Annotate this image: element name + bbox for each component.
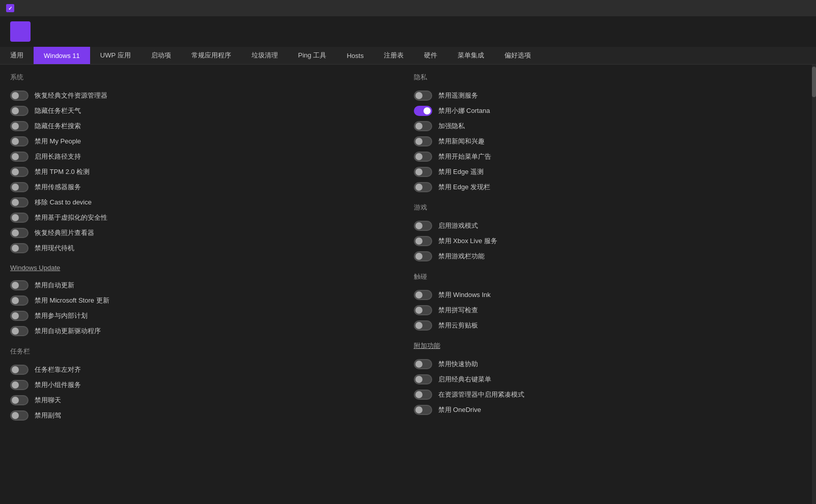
toggle-disable_edge_discovery[interactable]: [414, 182, 432, 192]
toggle-hide_taskbar_weather[interactable]: [10, 106, 29, 116]
toggle-disable_my_people[interactable]: [10, 136, 29, 146]
scrollbar-thumb[interactable]: [812, 67, 816, 97]
toggle-label-hide_taskbar_search: 隐藏任务栏搜索: [35, 122, 81, 131]
toggle-row-hide_taskbar_search: 隐藏任务栏搜索: [10, 118, 399, 134]
nav-tab-uwp[interactable]: UWP 应用: [90, 47, 141, 64]
toggle-label-disable_spell_check: 禁用拼写检查: [438, 306, 478, 315]
toggle-label-disable_edge_telemetry: 禁用 Edge 遥测: [438, 167, 484, 176]
toggle-taskbar_left_align[interactable]: [10, 365, 29, 375]
section-title-gaming: 游戏: [414, 203, 802, 213]
toggle-label-disable_news_interests: 禁用新闻和兴趣: [438, 137, 485, 146]
close-button[interactable]: [786, 0, 810, 16]
toggle-label-disable_windows_ink: 禁用 Windows Ink: [438, 290, 491, 300]
toggle-remove_cast_to_device[interactable]: [10, 197, 29, 207]
toggle-row-disable_start_menu_ads: 禁用开始菜单广告: [414, 149, 802, 164]
toggle-disable_ms_store_update[interactable]: [10, 295, 29, 306]
toggle-label-enhance_privacy: 加强隐私: [438, 122, 465, 131]
toggle-row-enable_game_mode: 启用游戏模式: [414, 218, 802, 233]
toggle-disable_windows_ink[interactable]: [414, 290, 432, 300]
nav-bar: 通用Windows 11UWP 应用启动项常规应用程序垃圾清理Ping 工具Ho…: [0, 47, 816, 65]
maximize-button[interactable]: [763, 0, 786, 16]
toggle-label-disable_game_bar: 禁用游戏栏功能: [438, 252, 485, 261]
nav-tab-ping_tool[interactable]: Ping 工具: [288, 47, 337, 64]
toggle-disable_cortana[interactable]: [414, 106, 432, 116]
toggle-label-extra_item4: 禁用 OneDrive: [438, 405, 482, 414]
nav-tab-general[interactable]: 通用: [0, 47, 34, 64]
toggle-disable_widgets_service[interactable]: [10, 380, 29, 390]
toggle-label-disable_copilot: 禁用副驾: [35, 411, 61, 420]
toggle-disable_spell_check[interactable]: [414, 305, 432, 315]
nav-tab-junk_clean[interactable]: 垃圾清理: [241, 47, 288, 64]
section-title-windows_update: Windows Update: [10, 264, 399, 273]
toggle-enable_compact_mode[interactable]: [414, 390, 432, 400]
toggle-label-disable_chat: 禁用聊天: [35, 396, 61, 405]
toggle-disable_cloud_clipboard[interactable]: [414, 320, 432, 331]
toggle-label-restore_classic_photos: 恢复经典照片查看器: [35, 228, 94, 238]
toggle-row-taskbar_left_align: 任务栏靠左对齐: [10, 362, 399, 377]
toggle-label-disable_my_people: 禁用 My People: [35, 137, 81, 146]
nav-tab-win11[interactable]: Windows 11: [34, 47, 90, 64]
toggle-disable_game_bar[interactable]: [414, 251, 432, 261]
toggle-row-disable_copilot: 禁用副驾: [10, 408, 399, 423]
toggle-disable_auto_update[interactable]: [10, 280, 29, 290]
main-panel: 系统恢复经典文件资源管理器隐藏任务栏天气隐藏任务栏搜索禁用 My People启…: [0, 65, 812, 504]
minimize-button[interactable]: [740, 0, 763, 16]
toggle-row-remove_cast_to_device: 移除 Cast to device: [10, 195, 399, 210]
svg-text:✓: ✓: [8, 6, 12, 11]
toggle-restore_classic_photos[interactable]: [10, 228, 29, 238]
nav-tab-startup[interactable]: 启动项: [141, 47, 181, 64]
toggle-enable_long_path[interactable]: [10, 152, 29, 162]
toggle-label-hide_taskbar_weather: 隐藏任务栏天气: [35, 106, 81, 115]
section-title-taskbar: 任务栏: [10, 347, 399, 357]
toggle-enable_classic_context_menu[interactable]: [414, 374, 432, 384]
toggle-extra_item4[interactable]: [414, 405, 432, 415]
nav-tab-hosts[interactable]: Hosts: [336, 47, 374, 64]
toggle-row-disable_windows_ink: 禁用 Windows Ink: [414, 287, 802, 303]
toggle-label-disable_telemetry: 禁用遥测服务: [438, 91, 478, 100]
toggle-label-disable_edge_discovery: 禁用 Edge 发现栏: [438, 183, 491, 192]
nav-tab-preferences[interactable]: 偏好选项: [494, 47, 541, 64]
main-window: ✓ 通用Windows 11UWP 应用启动项常规应用程序垃圾清理Pi: [0, 0, 816, 504]
toggle-label-enable_classic_context_menu: 启用经典右键菜单: [438, 375, 491, 384]
section-extra_features: 附加功能禁用快速协助启用经典右键菜单在资源管理器中启用紧凑模式禁用 OneDri…: [414, 341, 802, 418]
toggle-disable_xbox_live[interactable]: [414, 236, 432, 246]
toggle-row-disable_auto_driver_update: 禁用自动更新驱动程序: [10, 323, 399, 339]
toggle-disable_news_interests[interactable]: [414, 136, 432, 146]
toggle-label-enable_long_path: 启用长路径支持: [35, 152, 81, 161]
toggle-disable_insider_program[interactable]: [10, 311, 29, 321]
toggle-row-disable_telemetry: 禁用遥测服务: [414, 88, 802, 103]
toggle-disable_chat[interactable]: [10, 395, 29, 405]
toggle-hide_taskbar_search[interactable]: [10, 121, 29, 131]
toggle-disable_tpm20[interactable]: [10, 167, 29, 177]
toggle-restore_classic_explorer[interactable]: [10, 91, 29, 101]
nav-tab-registry[interactable]: 注册表: [374, 47, 414, 64]
toggle-disable_sensor_service[interactable]: [10, 182, 29, 192]
toggle-row-enable_compact_mode: 在资源管理器中启用紧凑模式: [414, 387, 802, 402]
section-gaming: 游戏启用游戏模式禁用 Xbox Live 服务禁用游戏栏功能: [414, 203, 802, 264]
toggle-disable_copilot[interactable]: [10, 410, 29, 421]
toggle-disable_quick_assist[interactable]: [414, 359, 432, 369]
toggle-disable_edge_telemetry[interactable]: [414, 167, 432, 177]
title-bar: ✓: [0, 0, 816, 16]
toggle-row-disable_sensor_service: 禁用传感器服务: [10, 180, 399, 195]
toggle-row-disable_ms_store_update: 禁用 Microsoft Store 更新: [10, 293, 399, 308]
toggle-row-enable_long_path: 启用长路径支持: [10, 149, 399, 164]
toggle-label-disable_ms_store_update: 禁用 Microsoft Store 更新: [35, 296, 109, 305]
nav-tab-hardware[interactable]: 硬件: [414, 47, 447, 64]
nav-tab-menu_integration[interactable]: 菜单集成: [447, 47, 494, 64]
toggle-disable_telemetry[interactable]: [414, 91, 432, 101]
toggle-row-disable_my_people: 禁用 My People: [10, 134, 399, 149]
column-right-column: 隐私禁用遥测服务禁用小娜 Cortana加强隐私禁用新闻和兴趣禁用开始菜单广告禁…: [414, 73, 802, 431]
toggle-enable_game_mode[interactable]: [414, 221, 432, 231]
nav-tab-common_apps[interactable]: 常规应用程序: [181, 47, 241, 64]
toggle-disable_modern_standby[interactable]: [10, 243, 29, 253]
toggle-label-disable_insider_program: 禁用参与内部计划: [35, 311, 88, 320]
scrollbar[interactable]: [812, 65, 816, 504]
toggle-enhance_privacy[interactable]: [414, 121, 432, 131]
toggle-row-disable_edge_discovery: 禁用 Edge 发现栏: [414, 180, 802, 195]
toggle-disable_start_menu_ads[interactable]: [414, 152, 432, 162]
toggle-row-disable_edge_telemetry: 禁用 Edge 遥测: [414, 164, 802, 180]
toggle-disable_vbs[interactable]: [10, 213, 29, 223]
toggle-disable_auto_driver_update[interactable]: [10, 326, 29, 336]
logo-icon: [10, 21, 31, 42]
